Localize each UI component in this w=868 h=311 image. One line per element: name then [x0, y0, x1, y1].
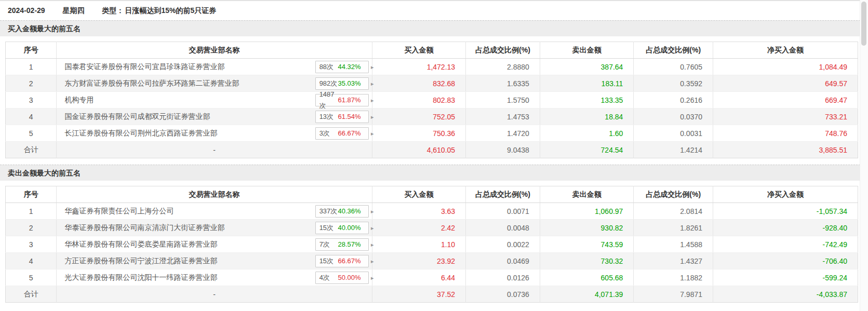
branch-name: 华泰证券股份有限公司南京清凉门大街证券营业部: [64, 223, 224, 232]
net-amount-cell: -742.49: [713, 236, 858, 253]
scrollbar-thumb[interactable]: [861, 2, 866, 46]
rank-cell: 3: [6, 236, 57, 253]
header-row: 序号 交易营业部名称 买入金额 占总成交比例(%) 卖出金额 占总成交比例(%)…: [6, 186, 858, 203]
col-header-rank: 序号: [6, 42, 57, 59]
col-header-buy-ratio: 占总成交比例(%): [466, 42, 540, 59]
branch-name-cell: 机构专用1487次61.87%▸: [57, 92, 372, 109]
buy-amount-cell: 750.36: [372, 125, 466, 142]
buy-ratio-cell: 1.6335: [466, 75, 540, 92]
buy-table-container: 序号 交易营业部名称 买入金额 占总成交比例(%) 卖出金额 占总成交比例(%)…: [5, 42, 858, 158]
sell-section-title: 卖出金额最大的前五名: [0, 165, 868, 181]
appearance-count: 88次: [319, 61, 333, 73]
col-header-rank: 序号: [6, 186, 57, 203]
success-rate: 35.03%: [338, 78, 361, 89]
col-header-branch-name: 交易营业部名称: [57, 42, 372, 59]
table-row: 1国泰君安证券股份有限公司宜昌珍珠路证券营业部88次44.32%▸1,472.1…: [6, 59, 858, 75]
table-row: 3华林证券股份有限公司娄底娄星南路证券营业部7次28.57%▸1.100.002…: [6, 236, 858, 253]
chevron-right-icon: ▸: [371, 78, 374, 89]
total-row: 合计-37.520.07364,071.397.9871-4,033.87: [6, 286, 858, 303]
chevron-right-icon: ▸: [371, 61, 374, 73]
branch-name: -: [213, 146, 216, 154]
trade-count-badge[interactable]: 88次44.32%▸: [315, 61, 369, 73]
net-amount-cell: -1,057.34: [713, 203, 858, 220]
success-rate: 66.67%: [338, 128, 361, 139]
sell-amount-cell: 1.60: [540, 125, 634, 142]
buy-amount-cell: 802.83: [372, 92, 466, 109]
sell-amount-cell: 183.11: [540, 75, 634, 92]
trade-count-badge[interactable]: 15次66.67%▸: [315, 255, 369, 267]
vertical-scrollbar[interactable]: [860, 0, 868, 311]
trade-count-badge[interactable]: 1487次61.87%▸: [315, 94, 369, 106]
sell-table: 序号 交易营业部名称 买入金额 占总成交比例(%) 卖出金额 占总成交比例(%)…: [5, 186, 858, 303]
buy-ratio-cell: 0.0048: [466, 220, 540, 236]
chevron-right-icon: ▸: [371, 239, 374, 250]
buy-amount-cell: 3.63: [372, 203, 466, 220]
sell-amount-cell: 605.68: [540, 269, 634, 286]
buy-amount-cell: 6.44: [372, 269, 466, 286]
net-amount-cell: 748.76: [713, 125, 858, 142]
table-row: 5长江证券股份有限公司荆州北京西路证券营业部3次66.67%▸750.361.4…: [6, 125, 858, 142]
branch-name-cell: 华林证券股份有限公司娄底娄星南路证券营业部7次28.57%▸: [57, 236, 372, 253]
branch-name: 东方财富证券股份有限公司拉萨东环路第二证券营业部: [64, 79, 239, 87]
branch-name: 光大证券股份有限公司沈阳十一纬路证券营业部: [64, 273, 217, 281]
sell-amount-cell: 133.35: [540, 92, 634, 109]
total-row: 合计-4,610.059.0438724.541.42143,885.51: [6, 142, 858, 158]
buy-ratio-cell: 0.0736: [466, 286, 540, 303]
buy-ratio-cell: 1.4753: [466, 109, 540, 125]
sell-ratio-cell: 1.4214: [634, 142, 713, 158]
trade-count-badge[interactable]: 7次28.57%▸: [315, 238, 369, 251]
col-header-branch-name: 交易营业部名称: [57, 186, 372, 203]
buy-ratio-cell: 0.0126: [466, 269, 540, 286]
buy-ratio-cell: 0.0022: [466, 236, 540, 253]
trade-count-badge[interactable]: 982次35.03%▸: [315, 77, 369, 90]
rank-cell: 5: [6, 125, 57, 142]
appearance-count: 7次: [319, 239, 330, 250]
buy-section-title: 买入金额最大的前五名: [0, 20, 868, 36]
chevron-right-icon: ▸: [371, 94, 374, 106]
net-amount-cell: -599.24: [713, 269, 858, 286]
rank-cell: 1: [6, 203, 57, 220]
chevron-right-icon: ▸: [371, 222, 374, 234]
trade-count-badge[interactable]: 13次61.54%▸: [315, 111, 369, 123]
branch-name-cell: -: [57, 286, 372, 303]
buy-amount-cell: 4,610.05: [372, 142, 466, 158]
rank-cell: 3: [6, 92, 57, 109]
branch-name-cell: 国泰君安证券股份有限公司宜昌珍珠路证券营业部88次44.32%▸: [57, 59, 372, 75]
buy-amount-cell: 23.92: [372, 253, 466, 269]
table-row: 5光大证券股份有限公司沈阳十一纬路证券营业部4次50.00%▸6.440.012…: [6, 269, 858, 286]
success-rate: 50.00%: [338, 272, 361, 283]
net-amount-cell: 649.57: [713, 75, 858, 92]
sell-ratio-cell: 7.9871: [634, 286, 713, 303]
sell-amount-cell: 730.32: [540, 253, 634, 269]
appearance-count: 982次: [319, 78, 338, 89]
col-header-buy-amount: 买入金额: [372, 186, 466, 203]
trade-count-badge[interactable]: 15次40.00%▸: [315, 222, 369, 234]
sell-amount-cell: 930.82: [540, 220, 634, 236]
sell-ratio-cell: 1.4588: [634, 236, 713, 253]
type-value: 日涨幅达到15%的前5只证券: [125, 6, 216, 15]
sell-amount-cell: 4,071.39: [540, 286, 634, 303]
net-amount-cell: -4,033.87: [713, 286, 858, 303]
trade-count-badge[interactable]: 3次66.67%▸: [315, 127, 369, 140]
rank-cell: 1: [6, 59, 57, 75]
success-rate: 40.00%: [338, 222, 361, 234]
branch-name: -: [213, 290, 216, 299]
col-header-buy-amount: 买入金额: [372, 42, 466, 59]
rank-cell: 2: [6, 75, 57, 92]
buy-ratio-cell: 0.0071: [466, 203, 540, 220]
sell-amount-cell: 18.84: [540, 109, 634, 125]
trade-date: 2024-02-29: [8, 6, 45, 15]
success-rate: 61.87%: [338, 94, 361, 106]
appearance-count: 337次: [319, 206, 338, 217]
net-amount-cell: 3,885.51: [713, 142, 858, 158]
branch-name: 国泰君安证券股份有限公司宜昌珍珠路证券营业部: [64, 62, 224, 71]
buy-amount-cell: 37.52: [372, 286, 466, 303]
buy-amount-cell: 752.05: [372, 109, 466, 125]
branch-name-cell: -: [57, 142, 372, 158]
buy-table: 序号 交易营业部名称 买入金额 占总成交比例(%) 卖出金额 占总成交比例(%)…: [5, 42, 858, 158]
rank-cell: 2: [6, 220, 57, 236]
trade-count-badge[interactable]: 4次50.00%▸: [315, 272, 369, 284]
trade-count-badge[interactable]: 337次40.36%▸: [315, 205, 369, 218]
success-rate: 44.32%: [338, 61, 361, 73]
sell-ratio-cell: 0.7605: [634, 59, 713, 75]
